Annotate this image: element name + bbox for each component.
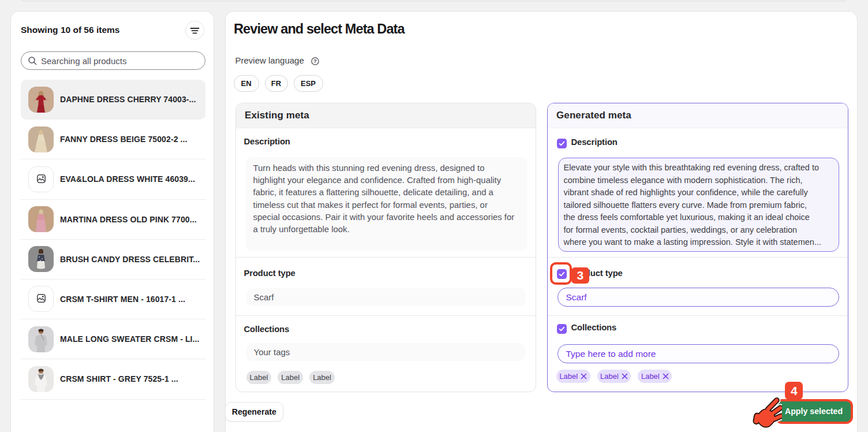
svg-text:?: ? [313, 58, 317, 64]
